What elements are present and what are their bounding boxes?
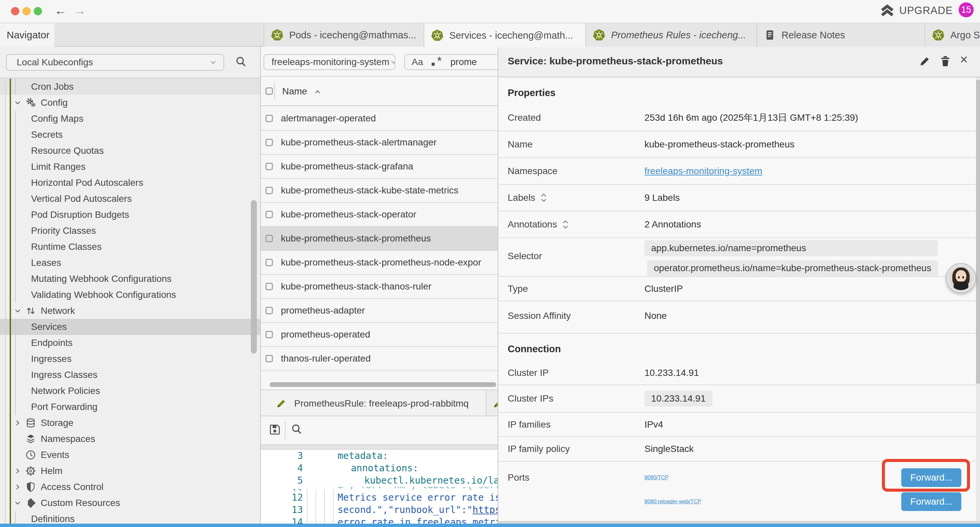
- sidebar-item-priority-classes[interactable]: Priority Classes: [0, 223, 260, 239]
- sort-updown-icon[interactable]: [562, 220, 569, 229]
- editor-tab[interactable]: PrometheusRule: freeleaps-prod-rabbitmq: [261, 390, 486, 416]
- sidebar-search-icon[interactable]: [234, 56, 247, 68]
- sidebar-item-events[interactable]: Events: [0, 447, 260, 463]
- sidebar-item-vertical-pod-autoscalers[interactable]: Vertical Pod Autoscalers: [0, 191, 260, 207]
- sidebar-item-label: Ingress Classes: [31, 369, 97, 380]
- row-checkbox[interactable]: [266, 259, 273, 266]
- namespace-link[interactable]: freeleaps-monitoring-system: [644, 166, 762, 177]
- tab-prometheus-rules-icecheng[interactable]: Prometheus Rules - icecheng...: [585, 23, 757, 47]
- filter-input[interactable]: Aa * prome: [404, 54, 498, 70]
- tab-release-notes[interactable]: Release Notes: [757, 23, 924, 47]
- port-link[interactable]: 9090/TCP: [644, 474, 668, 481]
- tab-argo-se[interactable]: Argo Se: [924, 23, 980, 47]
- assistant-avatar[interactable]: [946, 263, 976, 293]
- row-checkbox[interactable]: [266, 163, 273, 170]
- table-row[interactable]: kube-prometheus-stack-prometheus: [261, 227, 498, 251]
- sidebar-item-config[interactable]: Config: [0, 95, 260, 111]
- tab-services-icecheng-math[interactable]: Services - icecheng@math...×: [424, 23, 585, 47]
- upgrade-chevrons-icon: [880, 3, 895, 18]
- select-all-checkbox[interactable]: [266, 88, 273, 95]
- back-button[interactable]: ←: [54, 4, 67, 18]
- row-checkbox[interactable]: [266, 235, 273, 242]
- sidebar-item-cron-jobs[interactable]: Cron Jobs: [0, 79, 260, 95]
- table-row[interactable]: alertmanager-operated: [261, 107, 498, 131]
- sidebar-item-ingress-classes[interactable]: Ingress Classes: [0, 367, 260, 383]
- close-window-button[interactable]: [11, 7, 19, 15]
- row-checkbox[interactable]: [266, 331, 273, 338]
- table-row[interactable]: kube-prometheus-stack-prometheus-node-ex…: [261, 251, 498, 275]
- chevron-right-icon[interactable]: [13, 466, 23, 476]
- row-checkbox[interactable]: [266, 187, 273, 194]
- table-row[interactable]: prometheus-operated: [261, 323, 498, 347]
- sidebar-item-network-policies[interactable]: Network Policies: [0, 383, 260, 399]
- sidebar-item-validating-webhook-configurations[interactable]: Validating Webhook Configurations: [0, 287, 260, 303]
- upgrade-button[interactable]: UPGRADE: [880, 3, 953, 18]
- sidebar-item-services[interactable]: Services: [0, 319, 260, 335]
- kubeconfig-selector[interactable]: Local Kubeconfigs: [6, 54, 224, 71]
- sidebar-item-leases[interactable]: Leases: [0, 255, 260, 271]
- table-row[interactable]: kube-prometheus-stack-thanos-ruler: [261, 275, 498, 299]
- port-link[interactable]: 8080:reloader-web/TCP: [644, 498, 701, 505]
- table-row[interactable]: kube-prometheus-stack-alertmanager: [261, 131, 498, 155]
- table-row[interactable]: thanos-ruler-operated: [261, 347, 498, 371]
- row-checkbox[interactable]: [266, 115, 273, 122]
- sidebar-item-resource-quotas[interactable]: Resource Quotas: [0, 143, 260, 159]
- sort-updown-icon[interactable]: [540, 193, 547, 203]
- edit-service-icon[interactable]: [918, 55, 931, 68]
- sidebar-scrollbar[interactable]: [251, 200, 257, 353]
- yaml-editor[interactable]: 3metadata:4annotations:5kubectl.kubernet…: [261, 450, 498, 524]
- table-row[interactable]: kube-prometheus-stack-operator: [261, 203, 498, 227]
- close-panel-icon[interactable]: ×: [960, 52, 968, 67]
- regex-toggle[interactable]: *: [432, 56, 442, 68]
- chevron-right-icon[interactable]: [13, 482, 23, 492]
- navigator-panel-tab[interactable]: Navigator: [0, 23, 54, 47]
- minimize-window-button[interactable]: [22, 7, 31, 15]
- sidebar-item-secrets[interactable]: Secrets: [0, 127, 260, 143]
- editor-tab-next[interactable]: [486, 390, 498, 416]
- name-column-header[interactable]: Name: [282, 86, 307, 97]
- sidebar-item-endpoints[interactable]: Endpoints: [0, 335, 260, 351]
- tab-pods-icecheng-mathmas[interactable]: Pods - icecheng@mathmas...: [264, 23, 424, 47]
- row-checkbox[interactable]: [266, 139, 273, 146]
- sidebar-item-network[interactable]: Network: [0, 303, 260, 319]
- zoom-window-button[interactable]: [34, 7, 42, 15]
- sidebar-item-port-forwarding[interactable]: Port Forwarding: [0, 399, 260, 415]
- chevron-down-icon[interactable]: [13, 98, 23, 108]
- detail-scrollbar[interactable]: [976, 80, 980, 384]
- forward-port-button[interactable]: Forward...: [901, 468, 961, 487]
- sidebar-item-config-maps[interactable]: Config Maps: [0, 111, 260, 127]
- row-checkbox[interactable]: [266, 307, 273, 314]
- delete-service-icon[interactable]: [939, 55, 952, 68]
- forward-port-button[interactable]: Forward...: [901, 492, 961, 511]
- runbook-url-link[interactable]: https://netc: [473, 504, 498, 515]
- table-row[interactable]: kube-prometheus-stack-grafana: [261, 155, 498, 179]
- sidebar-item-runtime-classes[interactable]: Runtime Classes: [0, 239, 260, 255]
- sidebar-item-mutating-webhook-configurations[interactable]: Mutating Webhook Configurations: [0, 271, 260, 287]
- notification-count-badge[interactable]: 15: [959, 2, 974, 18]
- sidebar-item-custom-resources[interactable]: Custom Resources: [0, 495, 260, 511]
- service-name: prometheus-operated: [281, 329, 370, 340]
- row-checkbox[interactable]: [266, 211, 273, 218]
- match-case-toggle[interactable]: Aa: [412, 57, 423, 67]
- save-icon[interactable]: [268, 423, 282, 436]
- sidebar-item-horizontal-pod-autoscalers[interactable]: Horizontal Pod Autoscalers: [0, 175, 260, 191]
- chevron-right-icon[interactable]: [13, 418, 23, 428]
- forward-button[interactable]: →: [74, 4, 86, 18]
- sidebar-item-pod-disruption-budgets[interactable]: Pod Disruption Budgets: [0, 207, 260, 223]
- table-row[interactable]: prometheus-adapter: [261, 299, 498, 323]
- chevron-down-icon[interactable]: [13, 306, 23, 316]
- editor-search-icon[interactable]: [290, 423, 303, 436]
- row-checkbox[interactable]: [266, 355, 273, 362]
- sidebar-item-storage[interactable]: Storage: [0, 415, 260, 431]
- sidebar-item-access-control[interactable]: Access Control: [0, 479, 260, 495]
- row-checkbox[interactable]: [266, 283, 273, 290]
- sidebar-item-limit-ranges[interactable]: Limit Ranges: [0, 159, 260, 175]
- sidebar-item-ingresses[interactable]: Ingresses: [0, 351, 260, 367]
- namespace-selector[interactable]: freeleaps-monitoring-system: [264, 54, 395, 70]
- chevron-down-icon[interactable]: [13, 498, 23, 508]
- table-horizontal-scrollbar[interactable]: [269, 382, 496, 387]
- sidebar-item-helm[interactable]: Helm: [0, 463, 260, 479]
- close-tab-icon[interactable]: ×: [585, 29, 585, 42]
- sidebar-item-namespaces[interactable]: Namespaces: [0, 431, 260, 447]
- table-row[interactable]: kube-prometheus-stack-kube-state-metrics: [261, 179, 498, 203]
